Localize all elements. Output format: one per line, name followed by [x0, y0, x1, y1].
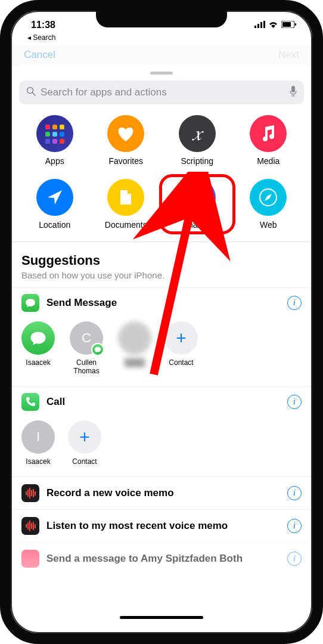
category-label: Location — [39, 220, 70, 230]
svg-line-8 — [33, 92, 36, 95]
category-label: Scripting — [181, 156, 213, 166]
category-location[interactable]: Location — [21, 179, 88, 230]
contact-name-redacted: ████ — [125, 358, 145, 367]
signal-icon — [254, 20, 265, 30]
send-message-row[interactable]: Send Message i — [11, 287, 312, 318]
scripting-icon: 𝑥 — [179, 115, 216, 152]
info-button[interactable]: i — [287, 519, 302, 533]
contact-redacted[interactable]: ████ — [118, 321, 151, 376]
add-contact-button[interactable]: + Contact — [68, 420, 101, 466]
avatar — [21, 321, 55, 355]
category-scripting[interactable]: 𝑥 Scripting — [164, 115, 231, 166]
info-button[interactable]: i — [287, 486, 302, 500]
action-sheet: Search for apps and actions Apps Fa — [11, 66, 312, 575]
back-to-search[interactable]: Search — [11, 33, 312, 44]
dimmed-nav: Cancel Next — [11, 44, 312, 67]
svg-rect-3 — [263, 21, 265, 28]
category-label: Sharing — [183, 220, 212, 230]
suggestions-subtitle: Based on how you use your iPhone. — [21, 270, 302, 280]
category-label: Media — [257, 156, 279, 166]
contact-isaacek-call[interactable]: I Isaacek — [21, 420, 55, 466]
svg-rect-6 — [295, 23, 296, 26]
category-label: Favorites — [108, 156, 143, 166]
music-icon — [250, 115, 287, 152]
row-label: Send a message to Amy Spitzfaden Both — [46, 553, 280, 565]
svg-rect-1 — [257, 24, 259, 28]
category-label: Apps — [45, 156, 64, 166]
contact-name: Contact — [72, 457, 97, 466]
mic-icon[interactable] — [290, 86, 297, 99]
send-message-contacts: Isaacek C Cullen Thomas ████ + Contact — [11, 318, 312, 386]
categories-grid: Apps Favorites 𝑥 Scripting Media — [11, 113, 312, 242]
app-icon-cutoff — [21, 550, 39, 568]
row-label: Listen to my most recent voice memo — [46, 520, 280, 532]
home-indicator[interactable] — [120, 616, 203, 619]
search-placeholder: Search for apps and actions — [41, 86, 167, 98]
messages-badge-icon — [91, 343, 104, 356]
apps-icon — [36, 115, 73, 152]
send-message-amy-row[interactable]: Send a message to Amy Spitzfaden Both i — [11, 542, 312, 575]
info-button[interactable]: i — [287, 395, 302, 409]
listen-voice-memo-row[interactable]: Listen to my most recent voice memo i — [11, 509, 312, 542]
heart-icon — [107, 115, 144, 152]
category-label: Web — [260, 220, 277, 230]
contact-name: Contact — [169, 358, 193, 367]
search-input[interactable]: Search for apps and actions — [19, 80, 304, 104]
suggestions-header: Suggestions Based on how you use your iP… — [11, 242, 312, 287]
category-apps[interactable]: Apps — [21, 115, 88, 166]
cancel-link[interactable]: Cancel — [24, 49, 55, 61]
sheet-grabber[interactable] — [150, 72, 173, 75]
call-title: Call — [46, 396, 280, 408]
svg-rect-9 — [291, 86, 295, 92]
next-link[interactable]: Next — [278, 49, 299, 61]
category-favorites[interactable]: Favorites — [93, 115, 160, 166]
location-icon — [36, 179, 73, 216]
contact-isaacek[interactable]: Isaacek — [21, 321, 55, 376]
contact-name: Isaacek — [26, 358, 50, 367]
avatar: C — [70, 321, 103, 355]
record-voice-memo-row[interactable]: Record a new voice memo i — [11, 476, 312, 509]
avatar: I — [21, 420, 55, 454]
svg-rect-0 — [254, 26, 256, 28]
phone-app-icon — [21, 393, 39, 411]
status-time: 11:38 — [31, 20, 55, 30]
info-button[interactable]: i — [287, 552, 302, 566]
row-label: Record a new voice memo — [46, 487, 280, 499]
suggestions-title: Suggestions — [21, 253, 302, 268]
avatar-redacted — [118, 321, 151, 355]
plus-icon: + — [68, 420, 101, 454]
info-button[interactable]: i — [287, 296, 302, 310]
contact-cullen[interactable]: C Cullen Thomas — [68, 321, 105, 376]
messages-app-icon — [21, 294, 39, 312]
document-icon — [107, 179, 144, 216]
send-message-title: Send Message — [46, 297, 280, 309]
wifi-icon — [268, 20, 278, 30]
compass-icon — [250, 179, 287, 216]
voice-memos-icon — [21, 517, 39, 535]
add-contact-button[interactable]: + Contact — [164, 321, 198, 376]
share-icon — [179, 179, 216, 216]
plus-icon: + — [164, 321, 198, 355]
contact-name: Cullen Thomas — [68, 358, 105, 376]
category-media[interactable]: Media — [235, 115, 302, 166]
call-contacts: I Isaacek + Contact — [11, 417, 312, 476]
svg-rect-2 — [260, 22, 262, 28]
voice-memos-icon — [21, 484, 39, 502]
search-icon — [26, 86, 36, 99]
category-sharing[interactable]: Sharing — [164, 179, 231, 230]
battery-icon — [281, 20, 297, 30]
category-web[interactable]: Web — [235, 179, 302, 230]
call-row[interactable]: Call i — [11, 386, 312, 417]
category-documents[interactable]: Documents — [93, 179, 160, 230]
contact-name: Isaacek — [26, 457, 50, 466]
category-label: Documents — [105, 220, 147, 230]
svg-rect-5 — [282, 22, 291, 27]
